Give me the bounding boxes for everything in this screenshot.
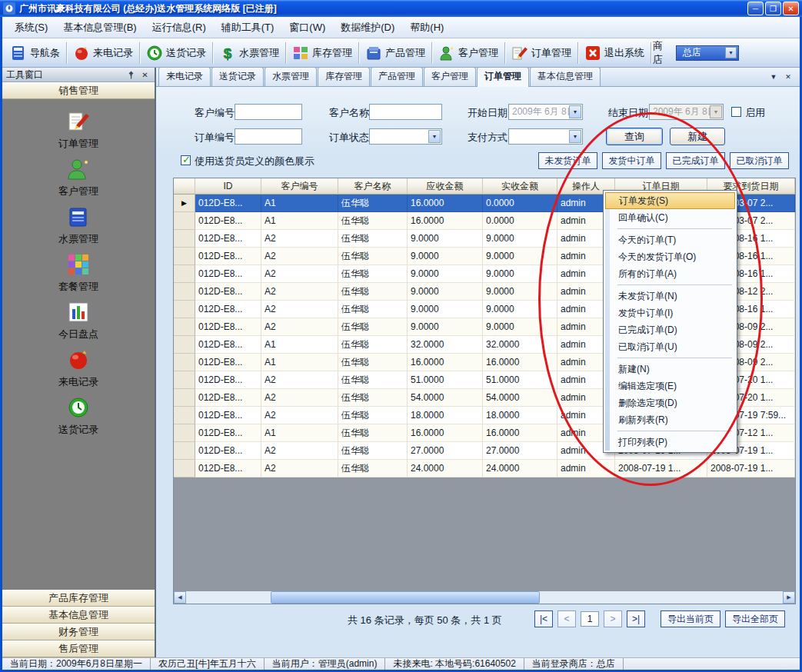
context-menu-item[interactable]: 今天的发货订单(O) [605,248,735,265]
scroll-right-icon[interactable]: ▶ [783,591,795,604]
tab[interactable]: 产品管理 [371,67,423,86]
tab[interactable]: 库存管理 [318,67,370,86]
minimize-button[interactable]: ─ [747,2,764,15]
delivery-color-checkbox[interactable] [181,155,191,165]
row-selector-cell[interactable] [174,265,195,283]
context-menu-item[interactable]: 今天的订单(T) [605,231,735,248]
context-menu-item[interactable]: 发货中订单(I) [605,304,735,321]
cancelled-orders-button[interactable]: 已取消订单 [730,152,789,169]
row-selector-cell[interactable] [174,407,195,424]
sidebar-item-customer-manage[interactable]: 客户管理 [2,156,155,204]
unshipped-orders-button[interactable]: 未发货订单 [538,152,597,169]
toolbar-product-button[interactable]: 产品管理 [361,42,430,64]
customer-name-input[interactable] [369,104,442,120]
row-selector-cell[interactable] [174,460,195,477]
context-menu-item[interactable]: 打印列表(P) [605,434,735,451]
close-icon[interactable]: ✕ [139,69,151,80]
first-page-button[interactable]: |< [534,610,553,627]
tab[interactable]: 送货记录 [211,67,264,86]
row-selector-cell[interactable] [174,301,195,318]
row-selector-cell[interactable] [174,283,195,301]
row-selector-cell[interactable] [174,248,195,265]
store-select[interactable]: 总店 ▼ [676,45,739,61]
sidebar-section[interactable]: 产品库存管理 [2,590,155,607]
row-selector-cell[interactable] [174,442,195,460]
column-header-receivable[interactable]: 应收金额 [408,178,483,195]
row-selector-cell[interactable] [174,371,195,389]
prev-page-button[interactable]: < [557,610,576,627]
context-menu-item[interactable]: 所有的订单(A) [605,265,735,282]
row-selector-cell[interactable] [174,336,195,354]
row-selector-cell[interactable] [174,354,195,371]
row-selector-cell[interactable] [174,212,195,230]
tab[interactable]: 客户管理 [424,67,476,86]
toolbar-exit-button[interactable]: 退出系统 [580,42,649,64]
menu-item[interactable]: 帮助(H) [402,17,451,38]
tab[interactable]: 来电记录 [158,67,211,86]
context-menu-item[interactable] [605,282,735,288]
column-header-customer-name[interactable]: 客户名称 [338,178,408,195]
customer-no-input[interactable] [235,104,302,120]
menu-item[interactable]: 数据维护(D) [333,17,402,38]
scrollbar-track[interactable] [186,591,783,604]
menu-item[interactable]: 辅助工具(T) [214,17,282,38]
context-menu-item[interactable]: 已取消订单(U) [605,338,735,355]
horizontal-scrollbar[interactable]: ◀ ▶ [174,591,795,604]
context-menu-item[interactable]: 刷新列表(R) [605,411,735,428]
export-current-page-button[interactable]: 导出当前页 [661,610,720,627]
sidebar-item-today-stocktake[interactable]: 今日盘点 [2,299,155,347]
row-selector-cell[interactable] [174,230,195,248]
context-menu-item[interactable]: 编辑选定项(E) [605,378,735,394]
export-all-pages-button[interactable]: 导出全部页 [725,610,785,627]
menu-item[interactable]: 系统(S) [7,17,55,38]
pay-method-select[interactable]: ▼ [508,128,583,145]
toolbar-delivery-record-button[interactable]: 送货记录 [141,42,211,64]
sidebar-section-sales[interactable]: 销售管理 [2,82,155,99]
menu-item[interactable]: 基本信息管理(B) [55,17,144,38]
close-button[interactable]: ✕ [783,2,799,15]
sidebar-item-order-manage[interactable]: 订单管理 [2,108,155,156]
sidebar-item-call-record[interactable]: 来电记录 [2,347,155,394]
context-menu-item[interactable]: 已完成订单(D) [605,321,735,338]
sidebar-section[interactable]: 财务管理 [2,624,155,640]
row-selector-cell[interactable] [174,389,195,407]
toolbar-navbar-button[interactable]: 导航条 [5,42,65,64]
context-menu-item[interactable] [605,428,735,434]
context-menu-item[interactable]: 回单确认(C) [605,209,735,226]
row-selector-cell[interactable]: ▶ [174,195,195,212]
table-row[interactable]: 012D-E8... A2 伍华聪 24.0000 24.0000 admin … [174,460,795,477]
tab[interactable]: 水票管理 [265,67,317,86]
pin-icon[interactable] [125,69,137,80]
scrollbar-thumb[interactable] [271,591,540,604]
tab[interactable]: 基本信息管理 [530,67,601,86]
toolbar-order-button[interactable]: 订单管理 [507,42,576,64]
sidebar-item-package-manage[interactable]: 套餐管理 [2,251,155,299]
sidebar-section[interactable]: 售后管理 [2,640,155,657]
sidebar-section[interactable]: 基本信息管理 [2,607,155,624]
context-menu-item[interactable]: 新建(N) [605,361,735,378]
last-page-button[interactable]: >| [627,610,645,627]
column-header-id[interactable]: ID [195,178,261,195]
row-selector-cell[interactable] [174,318,195,336]
current-page-box[interactable]: 1 [581,611,599,627]
toolbar-water-ticket-button[interactable]: $ 水票管理 [215,42,284,64]
sidebar-item-delivery-record[interactable]: 送货记录 [2,394,155,442]
enable-date-checkbox[interactable] [731,107,741,117]
order-no-input[interactable] [235,128,302,145]
toolbar-customer-button[interactable]: 客户管理 [434,42,503,64]
context-menu-item[interactable] [605,226,735,231]
completed-orders-button[interactable]: 已完成订单 [666,152,725,169]
menu-item[interactable]: 窗口(W) [281,17,333,38]
scroll-left-icon[interactable]: ◀ [174,591,186,604]
menu-item[interactable]: 运行信息(R) [145,17,214,38]
context-menu-item[interactable] [605,355,735,361]
context-menu-item[interactable]: 订单发货(S) [605,192,735,209]
tab-close-icon[interactable]: ✕ [783,72,794,82]
shipping-orders-button[interactable]: 发货中订单 [602,152,661,169]
tab[interactable]: 订单管理 [477,67,529,87]
maximize-button[interactable]: ❐ [765,2,781,15]
row-selector-cell[interactable] [174,424,195,442]
order-status-select[interactable]: ▼ [369,128,442,145]
query-button[interactable]: 查询 [606,128,663,145]
new-button[interactable]: 新建 [670,128,725,145]
